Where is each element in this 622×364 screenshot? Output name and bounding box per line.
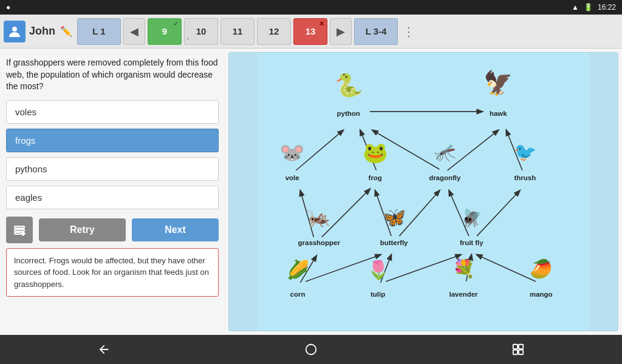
svg-rect-41 (519, 350, 523, 354)
tulip-label: tulip (371, 291, 385, 298)
svg-text:🦋: 🦋 (382, 206, 406, 229)
food-web-svg: 🐍 python 🦅 hawk 🐭 vole 🐸 frog 🦟 dragonfl… (229, 53, 618, 331)
svg-text:🪰: 🪰 (461, 207, 483, 228)
tab-level34[interactable]: L 3-4 (354, 18, 398, 45)
svg-rect-38 (513, 345, 518, 349)
user-name: John (29, 25, 55, 38)
svg-text:🥭: 🥭 (530, 258, 553, 280)
svg-text:🐦: 🐦 (514, 141, 537, 163)
status-left-icons: ● (6, 3, 10, 12)
bottom-nav (0, 335, 622, 364)
svg-text:🌽: 🌽 (287, 259, 310, 281)
recents-nav-button[interactable] (500, 337, 536, 362)
circle-icon: ● (6, 3, 10, 12)
tab-level1[interactable]: L 1 (77, 18, 121, 45)
question-text: If grasshoppers were removed completely … (6, 55, 219, 95)
svg-text:🦅: 🦅 (484, 69, 513, 97)
grasshopper-label: grasshopper (298, 239, 341, 246)
user-avatar (4, 21, 26, 42)
svg-text:🌷: 🌷 (367, 259, 390, 281)
user-section: John (4, 21, 55, 42)
svg-rect-1 (15, 226, 24, 228)
next-button[interactable]: Next (132, 218, 219, 241)
tab-13[interactable]: 13 ✕ (293, 18, 327, 45)
edit-icon-button[interactable] (6, 217, 33, 243)
status-bar: ● ▲ 🔋 16:22 (0, 0, 622, 15)
answer-eagles[interactable]: eagles (6, 186, 219, 209)
answer-frogs[interactable]: frogs (6, 129, 219, 152)
svg-point-37 (306, 345, 316, 355)
back-nav-button[interactable] (86, 337, 122, 362)
vole-label: vole (285, 174, 299, 181)
svg-text:🐭: 🐭 (279, 140, 305, 165)
svg-text:💐: 💐 (453, 258, 476, 280)
left-panel: If grasshoppers were removed completely … (0, 49, 225, 335)
answer-pythons[interactable]: pythons (6, 157, 219, 181)
svg-point-0 (12, 27, 17, 32)
nav-prev-arrow[interactable]: ◀ (123, 18, 145, 45)
svg-rect-5 (258, 53, 589, 331)
svg-text:🐍: 🐍 (335, 72, 363, 99)
mango-label: mango (530, 291, 553, 298)
frog-label: frog (369, 174, 382, 181)
corn-label: corn (290, 291, 306, 298)
toolbar: John ✏️ L 1 ◀ 9 ✓ 10 · 11 12 13 ✕ ▶ L 3-… (0, 15, 622, 49)
svg-rect-39 (519, 345, 523, 349)
right-panel: 🐍 python 🦅 hawk 🐭 vole 🐸 frog 🦟 dragonfl… (225, 49, 622, 335)
answer-voles[interactable]: voles (6, 100, 219, 124)
butterfly-label: butterfly (380, 239, 408, 246)
python-label: python (337, 110, 360, 117)
battery-icon: 🔋 (584, 3, 593, 12)
wifi-icon: ▲ (572, 3, 579, 12)
hawk-label: hawk (490, 110, 507, 117)
food-web-container: 🐍 python 🦅 hawk 🐭 vole 🐸 frog 🦟 dragonfl… (228, 52, 618, 331)
feedback-text: Incorrect. Frogs would be affected, but … (14, 256, 209, 289)
svg-marker-4 (21, 231, 26, 236)
home-nav-button[interactable] (293, 337, 329, 362)
thrush-label: thrush (514, 174, 536, 181)
svg-rect-2 (15, 229, 24, 231)
nav-next-arrow[interactable]: ▶ (330, 18, 352, 45)
retry-button[interactable]: Retry (39, 218, 126, 241)
time-display: 16:22 (598, 3, 616, 12)
dragonfly-label: dragonfly (429, 174, 461, 181)
svg-text:🦟: 🦟 (434, 141, 457, 163)
tab-12[interactable]: 12 (257, 18, 291, 45)
svg-rect-40 (513, 350, 518, 354)
status-right-icons: ▲ 🔋 16:22 (572, 3, 616, 12)
fruitfly-label: fruit fly (460, 239, 484, 246)
tab-10[interactable]: 10 · (184, 18, 218, 45)
action-row: Retry Next (6, 217, 219, 243)
menu-dots-icon[interactable]: ⋮ (400, 24, 417, 39)
tab-9[interactable]: 9 ✓ (148, 18, 182, 45)
svg-text:🦗: 🦗 (307, 206, 331, 229)
svg-text:🐸: 🐸 (363, 140, 388, 165)
feedback-box: Incorrect. Frogs would be affected, but … (6, 248, 219, 297)
main-content: If grasshoppers were removed completely … (0, 49, 622, 335)
svg-rect-3 (15, 232, 21, 234)
tab-11[interactable]: 11 (220, 18, 255, 45)
pencil-icon[interactable]: ✏️ (58, 23, 75, 40)
lavender-label: lavender (449, 291, 479, 298)
